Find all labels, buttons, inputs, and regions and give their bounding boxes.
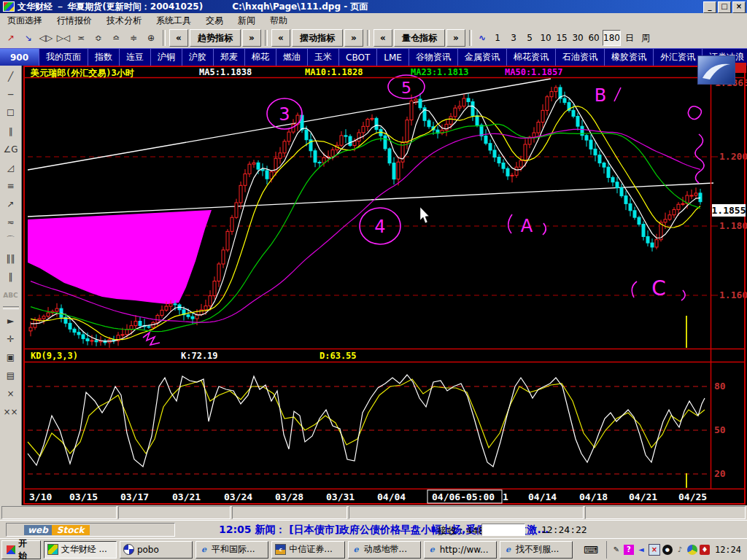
antivirus-tray-icon[interactable]: ♦: [700, 545, 710, 555]
angle-tool-icon[interactable]: ◿: [2, 158, 20, 176]
copy-tool-icon[interactable]: ▣: [2, 348, 20, 366]
note-tool-icon[interactable]: ▤: [2, 366, 20, 384]
expand-horizontal-icon[interactable]: ◁▷: [38, 30, 54, 46]
tab-rubber-news[interactable]: 橡胶资讯: [605, 48, 654, 66]
period-1[interactable]: 1: [490, 31, 505, 45]
tab-fuel-oil[interactable]: 燃油: [276, 48, 308, 66]
period-60[interactable]: 60: [587, 31, 601, 45]
tab-lme[interactable]: LME: [377, 48, 409, 66]
menu-technical-analysis[interactable]: 技术分析: [99, 15, 149, 27]
trend-indicators-button[interactable]: 趋势指标: [190, 29, 241, 47]
vertical-lines3-tool-icon[interactable]: ‖: [2, 268, 20, 286]
pobo-app-icon: [123, 544, 134, 555]
tab-cotton-news[interactable]: 棉花资讯: [507, 48, 556, 66]
period-180[interactable]: 180: [603, 30, 621, 46]
move-tool-icon[interactable]: ✛: [2, 330, 20, 348]
minimize-button[interactable]: _: [703, 1, 716, 13]
tab-grain-news[interactable]: 谷物资讯: [409, 48, 458, 66]
cd-tray-icon[interactable]: [687, 545, 697, 555]
taskbar-item-donggan[interactable]: e 动感地带...: [348, 541, 421, 559]
zoom-in-icon[interactable]: ⊕: [143, 30, 159, 46]
menu-page-select[interactable]: 页面选择: [0, 15, 50, 27]
menu-trade[interactable]: 交易: [198, 15, 231, 27]
svg-text:03/31: 03/31: [326, 491, 355, 502]
compress-bottom-icon[interactable]: ≏: [108, 30, 124, 46]
tab-index[interactable]: 指数: [88, 48, 120, 66]
percent-lines-tool-icon[interactable]: ≂: [2, 213, 20, 231]
pen-tray-icon[interactable]: ✎: [611, 545, 622, 555]
tab-shanghai-copper[interactable]: 沪铜: [151, 48, 182, 66]
trend-prev-button[interactable]: «: [169, 29, 188, 47]
maximize-button[interactable]: □: [718, 1, 731, 13]
period-week[interactable]: 周: [638, 31, 653, 45]
vertical-lines4-tool-icon[interactable]: ‖‖: [2, 249, 20, 268]
parallel-lines-tool-icon[interactable]: ∥: [2, 122, 20, 140]
tab-shanghai-rubber[interactable]: 沪胶: [182, 48, 214, 66]
menu-quotes[interactable]: 行情报价: [50, 15, 99, 27]
taskbar-item-server-not-found[interactable]: e 找不到服...: [500, 541, 573, 559]
tab-zhengzhou-wheat[interactable]: 郑麦: [214, 48, 245, 66]
text-tool-icon[interactable]: ABC: [2, 286, 20, 304]
zigzag-up-icon[interactable]: ↗: [3, 30, 19, 46]
tab-forex-news[interactable]: 外汇资讯: [654, 48, 703, 66]
taskbar-item-pinghe[interactable]: e 平和国际...: [196, 541, 268, 559]
tab-oil-news[interactable]: 石油资讯: [556, 48, 605, 66]
volume-next-button[interactable]: »: [446, 29, 465, 47]
period-30[interactable]: 30: [570, 31, 585, 45]
swing-prev-button[interactable]: «: [271, 29, 290, 47]
tab-metal-news[interactable]: 金属资讯: [458, 48, 507, 66]
trend-line-tool-icon[interactable]: ╱: [2, 67, 20, 85]
download-tray-icon[interactable]: ◄: [636, 545, 646, 555]
swing-next-button[interactable]: »: [344, 29, 363, 47]
pointer-tool-icon[interactable]: ►: [2, 311, 20, 330]
svg-text:5: 5: [401, 79, 411, 97]
taskbar-item-http[interactable]: e http://ww...: [424, 541, 497, 559]
keyboard-tray-icon[interactable]: ⌨: [580, 542, 602, 558]
network-error-tray-icon[interactable]: ×: [649, 544, 660, 556]
tab-corn[interactable]: 玉米: [308, 48, 339, 66]
rectangle-tool-icon[interactable]: ☐: [2, 104, 20, 122]
period-3[interactable]: 3: [506, 31, 521, 45]
menu-help[interactable]: 帮助: [263, 15, 295, 27]
taskbar-item-pobo[interactable]: pobo: [120, 541, 193, 559]
swing-indicators-button[interactable]: 摆动指标: [292, 29, 343, 47]
period-5[interactable]: 5: [522, 31, 537, 45]
svg-text:04/21: 04/21: [629, 491, 657, 502]
tab-dalian-soybean[interactable]: 连豆: [120, 48, 151, 66]
tab-my-page[interactable]: 我的页面: [39, 48, 88, 66]
menu-system-tools[interactable]: 系统工具: [149, 15, 198, 27]
volume-tray-icon[interactable]: ♪: [675, 545, 685, 555]
horizontal-band-tool-icon[interactable]: ≡: [2, 176, 20, 195]
volume-indicators-button[interactable]: 量仓指标: [394, 29, 445, 47]
close-button[interactable]: ×: [732, 1, 746, 13]
line-chart-icon[interactable]: ∿: [479, 33, 486, 43]
wenhua-app-icon: [47, 544, 58, 555]
taskbar-item-zhongxin[interactable]: c 中信证券...: [271, 541, 344, 559]
expand-bottom-icon[interactable]: ≑: [125, 30, 142, 46]
period-10[interactable]: 10: [538, 31, 553, 45]
delete-all-tool-icon[interactable]: ××: [2, 402, 20, 421]
help-tray-icon[interactable]: ?: [624, 545, 634, 555]
tab-cbot[interactable]: CBOT: [339, 48, 377, 66]
period-day[interactable]: 日: [622, 31, 637, 45]
horizontal-line-tool-icon[interactable]: ─: [2, 85, 20, 104]
volume-prev-button[interactable]: «: [374, 29, 392, 47]
gann-angle-tool-icon[interactable]: ∠G: [2, 140, 20, 158]
tab-900[interactable]: 900: [0, 48, 39, 66]
expand-top-icon[interactable]: ≎: [90, 30, 107, 46]
zigzag-back-icon[interactable]: ↘: [20, 30, 36, 46]
trend-next-button[interactable]: »: [242, 29, 261, 47]
arrow-line-tool-icon[interactable]: ↗: [2, 195, 20, 213]
compress-top-icon[interactable]: ≍: [73, 30, 89, 46]
arc-tool-icon[interactable]: ⌒: [2, 231, 20, 249]
delete-tool-icon[interactable]: ×: [2, 384, 20, 402]
period-15[interactable]: 15: [554, 31, 569, 45]
taskbar-item-wenhua[interactable]: 文华财经 ...: [44, 541, 117, 559]
candlestick-chart[interactable]: 1.20001.18001.16001.1865805020354BAC1.18…: [22, 66, 747, 505]
start-button[interactable]: 开始: [1, 540, 41, 559]
qq-tray-icon[interactable]: ●: [662, 545, 673, 555]
compress-horizontal-icon[interactable]: ▷◁: [55, 30, 71, 46]
tab-cotton[interactable]: 棉花: [245, 48, 276, 66]
chart-area[interactable]: 1.20001.18001.16001.1865805020354BAC1.18…: [22, 66, 747, 505]
menu-news[interactable]: 新闻: [231, 15, 263, 27]
